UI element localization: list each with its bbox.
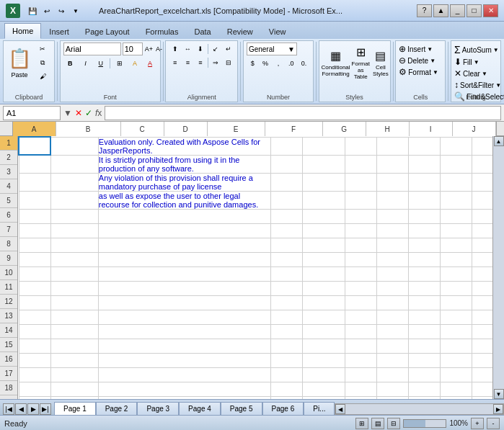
col-header-B[interactable]: B — [56, 122, 121, 136]
percent-btn[interactable]: % — [260, 57, 272, 70]
cell-D3[interactable] — [271, 173, 303, 191]
sheet-last-btn[interactable]: ▶| — [40, 403, 51, 415]
row-num-2[interactable]: 2 — [0, 151, 17, 165]
col-header-C[interactable]: C — [121, 122, 164, 136]
col-header-A[interactable]: A — [13, 122, 56, 136]
cell-A5[interactable] — [19, 209, 50, 223]
scroll-down-btn[interactable]: ▼ — [494, 389, 504, 399]
sheet-tab-page4[interactable]: Page 4 — [179, 402, 221, 415]
sheet-tab-pi[interactable]: Pi... — [304, 402, 335, 415]
sheet-next-btn[interactable]: ▶ — [27, 403, 39, 415]
cell-H1[interactable] — [408, 137, 440, 155]
comma-btn[interactable]: , — [273, 57, 285, 70]
cell-G1[interactable] — [376, 137, 408, 155]
cell-A4[interactable] — [19, 191, 50, 209]
tab-home[interactable]: Home — [4, 23, 41, 39]
cell-G3[interactable] — [376, 173, 408, 191]
row-num-3[interactable]: 3 — [0, 165, 17, 179]
indent-btn[interactable]: ↵ — [223, 42, 235, 55]
cell-C4[interactable]: as well as expose the user to other lega… — [98, 191, 270, 209]
sheet-prev-btn[interactable]: ◀ — [15, 403, 27, 415]
cell-B3[interactable] — [50, 173, 98, 191]
cell-D2[interactable] — [271, 155, 303, 173]
conditional-formatting-btn[interactable]: ▦ Conditional Formatting — [322, 42, 350, 83]
col-header-F[interactable]: F — [265, 122, 323, 136]
sheet-tab-page3[interactable]: Page 3 — [137, 402, 179, 415]
insert-function-btn[interactable]: fx — [95, 108, 102, 118]
cell-G4[interactable] — [376, 191, 408, 209]
scroll-up-btn[interactable]: ▲ — [494, 136, 504, 146]
merge-btn[interactable]: ⊟ — [223, 56, 235, 69]
cell-F2[interactable] — [345, 155, 376, 173]
cell-C2[interactable]: It is strictly prohibited from using it … — [98, 155, 270, 173]
sheet-tab-page1[interactable]: Page 1 — [54, 402, 96, 415]
row-num-17[interactable]: 17 — [0, 367, 17, 381]
scroll-right-btn[interactable]: ▶ — [493, 404, 503, 414]
text-direction-btn[interactable]: ↙ — [210, 42, 222, 55]
confirm-formula-btn[interactable]: ✓ — [85, 108, 92, 118]
zoom-out-btn[interactable]: - — [487, 418, 500, 429]
sheet-tab-page2[interactable]: Page 2 — [96, 402, 138, 415]
row-num-15[interactable]: 15 — [0, 338, 17, 352]
tab-insert[interactable]: Insert — [41, 23, 77, 39]
cell-E1[interactable] — [303, 137, 345, 155]
sheet-tab-page5[interactable]: Page 5 — [221, 402, 262, 415]
cell-B1[interactable] — [50, 137, 98, 155]
zoom-in-btn[interactable]: + — [471, 418, 484, 429]
normal-view-btn[interactable]: ⊞ — [355, 418, 368, 429]
cell-D4[interactable] — [271, 191, 303, 209]
cell-C3[interactable]: Any violation of this provision shall re… — [98, 173, 270, 191]
horizontal-scrollbar[interactable]: ◀ ▶ — [335, 403, 504, 415]
copy-button[interactable]: ⧉ — [34, 56, 51, 69]
cell-B4[interactable] — [50, 191, 98, 209]
col-header-J[interactable]: J — [453, 122, 496, 136]
row-num-16[interactable]: 16 — [0, 352, 17, 367]
more-quick-btn[interactable]: ▼ — [69, 4, 82, 17]
align-bottom-btn[interactable]: ⬇ — [195, 42, 207, 55]
col-header-G[interactable]: G — [323, 122, 366, 136]
tab-formulas[interactable]: Formulas — [138, 23, 187, 39]
row-num-19[interactable]: 19 — [0, 395, 17, 399]
cell-E4[interactable] — [303, 191, 345, 209]
fill-color-button[interactable]: A — [128, 57, 141, 70]
redo-quick-btn[interactable]: ↪ — [55, 4, 68, 17]
font-size-input[interactable] — [123, 42, 143, 55]
sort-filter-btn[interactable]: ↕Sort&Filter▼ — [454, 80, 498, 90]
cell-B2[interactable] — [50, 155, 98, 173]
vertical-scrollbar[interactable]: ▲ ▼ — [492, 136, 504, 399]
cell-D1[interactable] — [271, 137, 303, 155]
cell-H3[interactable] — [408, 173, 440, 191]
cell-I4[interactable] — [440, 191, 472, 209]
cell-C1[interactable]: Evaluation only. Created with Aspose Cel… — [98, 137, 270, 155]
cell-A3[interactable] — [19, 173, 50, 191]
decrease-decimal-btn[interactable]: 0. — [298, 57, 310, 70]
border-button[interactable]: ⊞ — [112, 57, 126, 70]
format-as-table-btn[interactable]: ⊞ Format as Table — [351, 42, 371, 83]
cell-F3[interactable] — [345, 173, 376, 191]
format-cells-btn[interactable]: ⚙Format▼ — [399, 67, 442, 77]
row-num-9[interactable]: 9 — [0, 251, 17, 266]
format-painter-button[interactable]: 🖌 — [34, 70, 51, 83]
cell-H2[interactable] — [408, 155, 440, 173]
cell-F1[interactable] — [345, 137, 376, 155]
tab-review[interactable]: Review — [219, 23, 261, 39]
row-num-1[interactable]: 1 — [0, 136, 17, 151]
row-num-18[interactable]: 18 — [0, 381, 17, 395]
cell-E3[interactable] — [303, 173, 345, 191]
align-right-btn[interactable]: ≡ — [195, 56, 207, 69]
row-num-12[interactable]: 12 — [0, 295, 17, 309]
col-header-I[interactable]: I — [410, 122, 453, 136]
underline-button[interactable]: U — [94, 57, 107, 70]
zoom-slider[interactable] — [403, 419, 446, 428]
tab-page-layout[interactable]: Page Layout — [77, 23, 138, 39]
cell-styles-btn[interactable]: ▤ Cell Styles — [372, 42, 389, 83]
cell-I2[interactable] — [440, 155, 472, 173]
currency-btn[interactable]: $ — [247, 57, 259, 70]
italic-button[interactable]: I — [79, 57, 92, 70]
cell-G2[interactable] — [376, 155, 408, 173]
page-break-view-btn[interactable]: ⊟ — [387, 418, 400, 429]
row-num-10[interactable]: 10 — [0, 266, 17, 280]
paste-button[interactable]: 📋 Paste — [6, 42, 32, 83]
autosum-btn[interactable]: ΣAutoSum▼ — [454, 44, 498, 55]
ribbon-toggle-btn[interactable]: ▲ — [433, 4, 448, 17]
